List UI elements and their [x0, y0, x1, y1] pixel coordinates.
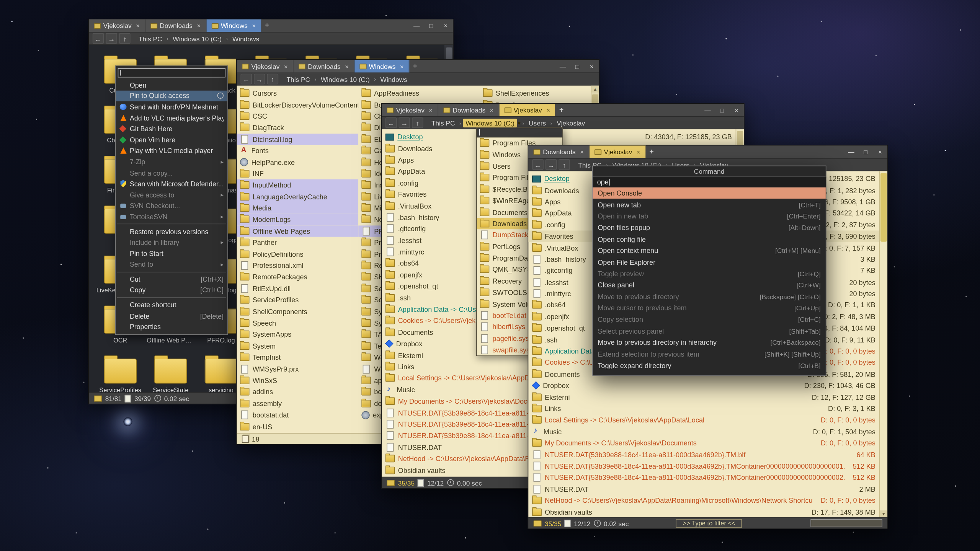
tab[interactable]: Downloads × — [528, 145, 589, 158]
maximize-button[interactable]: □ — [715, 104, 729, 116]
context-menu-item[interactable] — [116, 222, 227, 226]
file-row[interactable]: Eksterni D: 12, F: 127, 12 GB — [528, 391, 879, 403]
back-button[interactable]: ← — [532, 159, 544, 170]
context-menu-item[interactable]: Cut [Ctrl+X] — [116, 274, 227, 285]
titlebar[interactable]: Vjekoslav × Downloads × Vjekoslav × — [382, 104, 744, 117]
minimize-button[interactable]: — — [409, 20, 424, 32]
breadcrumb-segment[interactable]: This PC› — [284, 75, 318, 83]
context-menu-item[interactable]: SVN Checkout... — [116, 200, 227, 211]
scrollbar-thumb[interactable] — [880, 173, 887, 242]
context-menu-item[interactable]: Play with VLC media player — [116, 145, 227, 156]
palette-command-item[interactable]: Close panel [Ctrl+W] — [593, 279, 826, 291]
maximize-button[interactable]: □ — [424, 20, 438, 32]
tab[interactable]: Vjekoslav × — [499, 104, 556, 116]
tab-close-icon[interactable]: × — [429, 106, 433, 113]
titlebar[interactable]: Downloads × Vjekoslav × + — □ × — [528, 145, 887, 158]
context-menu-item[interactable]: Include in library ▸ — [116, 237, 227, 248]
breadcrumb-segment[interactable]: Windows 10 (C:)▾› — [463, 118, 526, 127]
up-button[interactable]: ↑ — [412, 117, 423, 128]
file-row[interactable]: Dropbox D: 230, F: 1043, 46 GB — [528, 380, 879, 391]
file-row[interactable]: Panther — [237, 237, 359, 248]
file-row[interactable]: Local Settings -> C:\Users\Vjekoslav\App… — [528, 414, 879, 426]
breadcrumb-segment[interactable]: Vjekoslav› — [554, 118, 588, 127]
file-row[interactable]: en-US — [237, 421, 359, 432]
file-row[interactable]: BitLockerDiscoveryVolumeContents — [237, 99, 359, 111]
context-menu-item[interactable]: Send with NordVPN Meshnet — [116, 101, 227, 112]
file-row[interactable]: ShellExperiences — [480, 88, 599, 99]
file-row[interactable]: Links D: 0, F: 3, 1 KB — [528, 403, 879, 414]
file-row[interactable]: INF — [237, 168, 359, 179]
file-row[interactable]: SystemApps — [237, 329, 359, 340]
palette-search-input[interactable]: ope — [593, 176, 826, 187]
dropdown-filter-input[interactable] — [477, 128, 562, 137]
file-row[interactable]: bootstat.dat — [237, 409, 359, 421]
titlebar[interactable]: Vjekoslav × Downloads × Windows × — [89, 20, 453, 33]
palette-command-item[interactable]: Copy selection [Ctrl+C] — [593, 314, 826, 325]
file-row[interactable]: addins — [237, 386, 359, 398]
breadcrumb-segment[interactable]: This PC› — [429, 118, 463, 127]
file-row[interactable]: Media — [237, 202, 359, 214]
file-row[interactable]: RemotePackages — [237, 271, 359, 283]
close-button[interactable]: × — [585, 60, 599, 73]
file-row[interactable]: My Documents -> C:\Users\Vjekoslav\Docum… — [528, 437, 879, 449]
tab[interactable]: Vjekoslav × — [382, 104, 438, 116]
folder-item[interactable]: ServiceProfiles — [95, 355, 145, 392]
tab-close-icon[interactable]: × — [345, 63, 349, 70]
palette-command-item[interactable]: Open context menu [Ctrl+M] [Menu] — [593, 245, 826, 256]
file-row[interactable]: PolicyDefinitions — [237, 248, 359, 260]
tab-close-icon[interactable]: × — [637, 148, 640, 155]
palette-command-item[interactable]: Extend selection to previous item [Shift… — [593, 348, 826, 360]
context-menu-item[interactable]: Pin to Start — [116, 248, 227, 259]
maximize-button[interactable]: □ — [570, 60, 585, 73]
palette-command-item[interactable]: Move cursor to previous item [Ctrl+Up] — [593, 302, 826, 314]
forward-button[interactable]: → — [546, 159, 557, 170]
context-menu-item[interactable]: Send a copy... — [116, 167, 227, 178]
file-row[interactable]: WinSxS — [237, 375, 359, 386]
palette-command-item[interactable]: Open File Explorer — [593, 256, 826, 268]
breadcrumb-segment[interactable]: This PC› — [136, 34, 170, 43]
scroll-up-button[interactable]: ▲ — [591, 86, 599, 93]
context-menu-item[interactable]: Open Vim here — [116, 134, 227, 145]
palette-command-item[interactable]: Toggle preview [Ctrl+Q] — [593, 268, 826, 279]
up-button[interactable]: ↑ — [559, 159, 570, 170]
tab-close-icon[interactable]: × — [197, 22, 201, 29]
tab[interactable]: Downloads × — [145, 20, 206, 32]
file-row[interactable]: DtcInstall.log — [237, 134, 359, 145]
close-button[interactable]: × — [729, 104, 744, 116]
context-menu-item[interactable]: 7-Zip ▸ — [116, 156, 227, 167]
file-row[interactable]: RtlExUpd.dll — [237, 283, 359, 294]
breadcrumb-segment[interactable]: Windows 10 (C:)› — [318, 75, 378, 83]
file-row[interactable]: NTUSER.DAT 2 MB — [528, 483, 879, 495]
minimize-button[interactable]: — — [844, 145, 859, 158]
new-tab-button[interactable]: + — [556, 104, 567, 116]
palette-command-item[interactable]: Move to previous directory [Backspace] [… — [593, 291, 826, 302]
file-row[interactable]: Speech — [237, 317, 359, 329]
context-menu-item[interactable]: Send to ▸ — [116, 259, 227, 270]
file-row[interactable]: NetHood -> C:\Users\Vjekoslav\AppData\Ro… — [528, 495, 879, 506]
back-button[interactable]: ← — [385, 117, 397, 128]
context-menu-item[interactable] — [116, 270, 227, 274]
file-row[interactable]: Fonts — [237, 145, 359, 156]
context-menu-item[interactable]: Restore previous versions — [116, 226, 227, 237]
file-row[interactable]: ServiceProfiles — [237, 294, 359, 306]
scroll-down-button[interactable]: ▼ — [880, 510, 887, 517]
file-row[interactable]: TempInst — [237, 352, 359, 363]
forward-button[interactable]: → — [254, 74, 265, 85]
file-row[interactable]: assembly — [237, 398, 359, 409]
file-row[interactable]: NTUSER.DAT{53b39e88-18c4-11ea-a811-000d3… — [528, 449, 879, 460]
file-row[interactable]: HelpPane.exe — [237, 156, 359, 168]
new-tab-button[interactable]: + — [261, 20, 273, 32]
file-row[interactable]: Obsidian vaults D: 17, F: 149, 38 MB — [528, 506, 879, 517]
tab[interactable]: Downloads × — [438, 104, 499, 116]
context-menu-item[interactable]: Create shortcut — [116, 300, 227, 311]
forward-button[interactable]: → — [399, 117, 410, 128]
context-menu-item[interactable]: Delete [Delete] — [116, 310, 227, 321]
file-row[interactable]: DiagTrack — [237, 122, 359, 134]
context-menu-item[interactable] — [116, 296, 227, 300]
file-row[interactable]: LanguageOverlayCache — [237, 191, 359, 202]
tab[interactable]: Vjekoslav × — [237, 60, 294, 73]
new-tab-button[interactable]: + — [409, 60, 421, 73]
context-menu-item[interactable]: Give access to ▸ — [116, 189, 227, 201]
context-menu-filter-input[interactable] — [118, 68, 225, 77]
file-row[interactable]: AppReadiness — [358, 88, 480, 99]
